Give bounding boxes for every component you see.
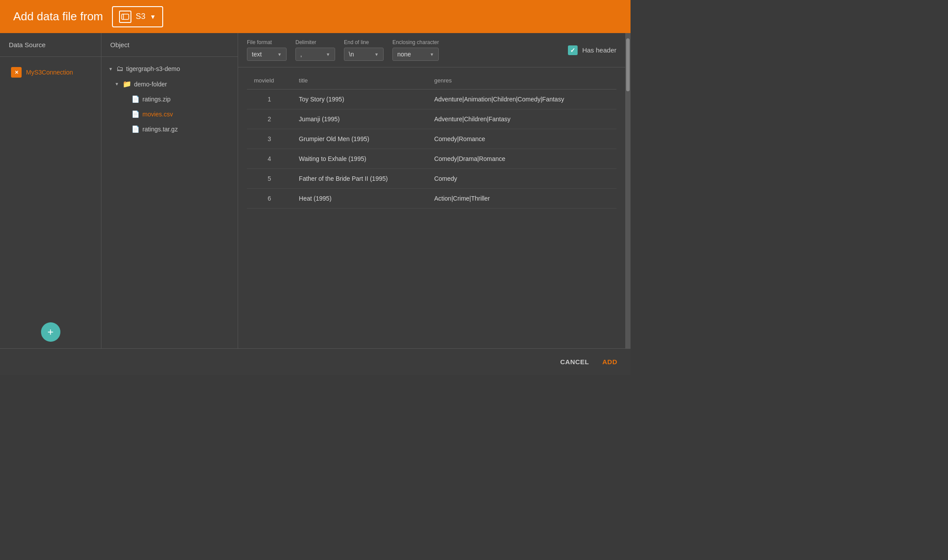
tree-item-label: movies.csv [142, 111, 173, 118]
object-header: Object [101, 33, 238, 57]
chevron-down-icon: ▼ [108, 67, 114, 71]
folder-icon: 📁 [123, 80, 131, 88]
connection-icon: ✕ [11, 67, 22, 78]
tree-item-ratings-tar[interactable]: 📄 ratings.tar.gz [101, 122, 238, 137]
file-icon: 📄 [131, 125, 140, 133]
header: Add data file from S3 ▼ [0, 0, 631, 33]
data-source-content: ✕ MyS3Connection [0, 57, 101, 317]
object-tree: ▼ 🗂 tigergraph-s3-demo ▼ 📁 demo-folder 📄… [101, 57, 238, 348]
cell-genres: Adventure|Children|Fantasy [427, 109, 616, 129]
chevron-down-icon: ▼ [277, 52, 282, 57]
file-format-group: File format text ▼ [247, 39, 287, 61]
checkmark-icon: ✓ [570, 47, 575, 54]
table-body: 1Toy Story (1995)Adventure|Animation|Chi… [247, 90, 616, 209]
table-row: 1Toy Story (1995)Adventure|Animation|Chi… [247, 90, 616, 109]
cell-movieid: 1 [247, 90, 292, 109]
main-container: Data Source ✕ MyS3Connection + Object ▼ … [0, 33, 631, 348]
enclosing-char-label: Enclosing character [392, 39, 439, 45]
delimiter-select[interactable]: , ▼ [295, 48, 335, 61]
add-connection-button[interactable]: + [41, 322, 60, 342]
end-of-line-group: End of line \n ▼ [344, 39, 384, 61]
data-table-container: movieId title genres 1Toy Story (1995)Ad… [238, 67, 625, 348]
cell-genres: Adventure|Animation|Children|Comedy|Fant… [427, 90, 616, 109]
source-dropdown[interactable]: S3 ▼ [112, 6, 163, 27]
column-header-title: title [292, 72, 427, 90]
enclosing-char-group: Enclosing character none ▼ [392, 39, 439, 61]
cell-genres: Comedy|Romance [427, 129, 616, 149]
svg-rect-0 [122, 14, 129, 19]
tree-item-demo-folder[interactable]: ▼ 📁 demo-folder [101, 76, 238, 92]
column-header-movieid: movieId [247, 72, 292, 90]
s3-chevron-icon: ▼ [150, 13, 156, 20]
cell-movieid: 5 [247, 169, 292, 189]
preview-panel: File format text ▼ Delimiter , ▼ End of … [238, 33, 625, 348]
table-row: 5Father of the Bride Part II (1995)Comed… [247, 169, 616, 189]
s3-icon [119, 11, 131, 23]
delimiter-group: Delimiter , ▼ [295, 39, 335, 61]
scrollbar-thumb[interactable] [626, 38, 630, 91]
tree-item-ratings-zip[interactable]: 📄 ratings.zip [101, 92, 238, 107]
cell-movieid: 2 [247, 109, 292, 129]
cell-genres: Action|Crime|Thriller [427, 189, 616, 209]
chevron-down-icon: ▼ [374, 52, 379, 57]
cell-title: Heat (1995) [292, 189, 427, 209]
end-of-line-select[interactable]: \n ▼ [344, 48, 384, 61]
delimiter-label: Delimiter [295, 39, 335, 45]
enclosing-char-value: none [397, 51, 427, 58]
tree-item-label: demo-folder [134, 81, 167, 88]
tree-item-label: ratings.tar.gz [142, 126, 178, 133]
connection-name: MyS3Connection [26, 69, 73, 76]
cancel-button[interactable]: CANCEL [560, 358, 590, 366]
footer: CANCEL ADD [0, 348, 631, 375]
delimiter-value: , [300, 51, 323, 58]
column-header-genres: genres [427, 72, 616, 90]
file-format-select[interactable]: text ▼ [247, 48, 287, 61]
cell-genres: Comedy [427, 169, 616, 189]
chevron-down-icon: ▼ [115, 82, 120, 86]
has-header-group: ✓ Has header [568, 45, 616, 55]
folder-icon: 🗂 [116, 65, 123, 73]
data-table: movieId title genres 1Toy Story (1995)Ad… [247, 72, 616, 209]
table-row: 4Waiting to Exhale (1995)Comedy|Drama|Ro… [247, 149, 616, 169]
chevron-down-icon: ▼ [429, 52, 434, 57]
cell-genres: Comedy|Drama|Romance [427, 149, 616, 169]
cell-movieid: 6 [247, 189, 292, 209]
tree-item-movies-csv[interactable]: 📄 movies.csv [101, 107, 238, 122]
table-header: movieId title genres [247, 72, 616, 90]
cell-title: Grumpier Old Men (1995) [292, 129, 427, 149]
table-row: 3Grumpier Old Men (1995)Comedy|Romance [247, 129, 616, 149]
file-icon: 📄 [131, 95, 140, 103]
connection-item[interactable]: ✕ MyS3Connection [7, 63, 94, 81]
table-row: 2Jumanji (1995)Adventure|Children|Fantas… [247, 109, 616, 129]
table-row: 6Heat (1995)Action|Crime|Thriller [247, 189, 616, 209]
data-source-panel: Data Source ✕ MyS3Connection + [0, 33, 101, 348]
scrollbar[interactable] [625, 33, 631, 348]
header-title: Add data file from [13, 10, 103, 23]
file-icon: 📄 [131, 110, 140, 118]
file-format-value: text [252, 51, 275, 58]
cell-title: Jumanji (1995) [292, 109, 427, 129]
end-of-line-label: End of line [344, 39, 384, 45]
has-header-label: Has header [582, 46, 616, 54]
file-format-label: File format [247, 39, 287, 45]
has-header-checkbox[interactable]: ✓ [568, 45, 578, 55]
object-panel: Object ▼ 🗂 tigergraph-s3-demo ▼ 📁 demo-f… [101, 33, 238, 348]
cell-title: Waiting to Exhale (1995) [292, 149, 427, 169]
format-bar: File format text ▼ Delimiter , ▼ End of … [238, 33, 625, 67]
s3-label: S3 [136, 12, 146, 21]
end-of-line-value: \n [349, 51, 372, 58]
add-button[interactable]: ADD [602, 358, 617, 366]
tree-item-label: tigergraph-s3-demo [126, 65, 180, 72]
data-source-header: Data Source [0, 33, 101, 57]
cell-movieid: 3 [247, 129, 292, 149]
chevron-down-icon: ▼ [326, 52, 330, 57]
cell-title: Toy Story (1995) [292, 90, 427, 109]
tree-item-root[interactable]: ▼ 🗂 tigergraph-s3-demo [101, 61, 238, 76]
enclosing-char-select[interactable]: none ▼ [392, 48, 439, 61]
add-connection-container: + [0, 317, 101, 348]
cell-title: Father of the Bride Part II (1995) [292, 169, 427, 189]
tree-item-label: ratings.zip [142, 96, 171, 103]
cell-movieid: 4 [247, 149, 292, 169]
